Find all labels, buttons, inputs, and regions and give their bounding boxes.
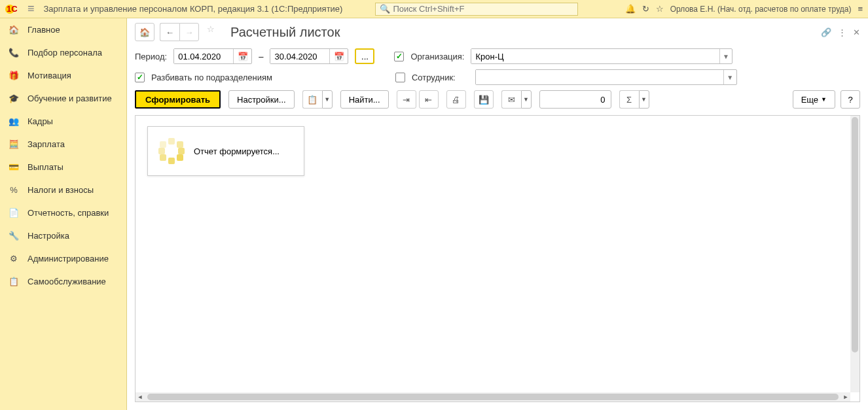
home-button[interactable]: 🏠	[135, 23, 154, 41]
app-title: Зарплата и управление персоналом КОРП, р…	[44, 4, 343, 14]
date-from-field[interactable]: 📅	[173, 48, 252, 64]
save-button[interactable]: 💾	[474, 90, 494, 109]
emp-input[interactable]	[476, 70, 723, 84]
sidebar-item-training[interactable]: 🎓Обучение и развитие	[0, 87, 126, 110]
date-separator: –	[259, 52, 263, 61]
main-menu-icon[interactable]: ≡	[27, 2, 35, 16]
find-button[interactable]: Найти...	[340, 90, 389, 109]
forward-button[interactable]: →	[179, 23, 199, 41]
number-field[interactable]	[539, 90, 611, 109]
sidebar-item-motivation[interactable]: 🎁Мотивация	[0, 64, 126, 87]
split-label: Разбивать по подразделениям	[151, 73, 272, 82]
scrollbar-vertical[interactable]	[850, 116, 859, 392]
logo-1c: 1С	[4, 3, 22, 16]
page-title: Расчетный листок	[230, 25, 340, 40]
cap-icon: 🎓	[8, 93, 20, 105]
period-label: Период:	[135, 52, 167, 61]
date-to-field[interactable]: 📅	[270, 48, 348, 64]
home-icon: 🏠	[8, 24, 20, 36]
user-label[interactable]: Орлова Е.Н. (Нач. отд. расчетов по оплат…	[670, 5, 852, 14]
collapse-button[interactable]: ⇤	[419, 90, 439, 109]
gear-icon: ⚙	[8, 253, 20, 265]
bell-icon[interactable]: 🔔	[625, 4, 636, 14]
search-box[interactable]: 🔍	[375, 3, 578, 16]
calc-icon: 🧮	[8, 139, 20, 150]
emp-select[interactable]: ▼	[475, 69, 737, 85]
date-to-input[interactable]	[270, 49, 329, 63]
sidebar-item-taxes[interactable]: %Налоги и взносы	[0, 179, 126, 201]
chevron-down-icon[interactable]: ▼	[723, 70, 736, 84]
sidebar-item-admin[interactable]: ⚙Администрирование	[0, 247, 126, 270]
card-icon: 💳	[8, 162, 20, 173]
percent-icon: %	[8, 184, 20, 196]
org-input[interactable]	[471, 49, 719, 63]
settings-toggle-icon[interactable]: ≡	[858, 4, 863, 14]
doc-icon: 📄	[8, 207, 20, 219]
sidebar-item-payments[interactable]: 💳Выплаты	[0, 156, 126, 179]
emp-checkbox[interactable]	[395, 73, 405, 82]
star-icon[interactable]: ☆	[656, 4, 664, 14]
sidebar-item-settings[interactable]: 🔧Настройка	[0, 224, 126, 247]
people-icon: 👥	[8, 116, 20, 128]
paste-button[interactable]: 📋▼	[302, 90, 333, 109]
sidebar-item-recruit[interactable]: 📞Подбор персонала	[0, 41, 126, 64]
close-icon[interactable]: ✕	[853, 27, 860, 37]
loading-text: Отчет формируется...	[194, 146, 280, 156]
topbar: 1С ≡ Зарплата и управление персоналом КО…	[0, 0, 868, 18]
more-vert-icon[interactable]: ⋮	[838, 27, 846, 37]
scrollbar-horizontal[interactable]: ◄►	[136, 392, 850, 401]
search-icon: 🔍	[380, 4, 390, 14]
history-icon[interactable]: ↻	[642, 4, 649, 14]
link-icon[interactable]: 🔗	[821, 27, 831, 37]
sidebar: 🏠Главное 📞Подбор персонала 🎁Мотивация 🎓О…	[0, 18, 127, 410]
expand-button[interactable]: ⇥	[397, 90, 416, 109]
mail-button[interactable]: ✉▼	[501, 90, 532, 109]
period-select-button[interactable]: ...	[355, 48, 374, 64]
sidebar-item-main[interactable]: 🏠Главное	[0, 18, 126, 41]
loading-box: Отчет формируется...	[147, 126, 304, 176]
calendar-icon[interactable]: 📅	[329, 49, 348, 63]
help-button[interactable]: ?	[841, 90, 860, 109]
search-input[interactable]	[393, 4, 573, 14]
list-icon: 📋	[8, 276, 20, 288]
sidebar-item-salary[interactable]: 🧮Зарплата	[0, 133, 126, 156]
wrench-icon: 🔧	[8, 230, 20, 242]
date-from-input[interactable]	[174, 49, 233, 63]
sum-button[interactable]: Σ▼	[619, 90, 649, 109]
sidebar-item-reports[interactable]: 📄Отчетность, справки	[0, 201, 126, 224]
back-button[interactable]: ←	[160, 23, 179, 41]
spinner-icon	[158, 138, 185, 164]
split-checkbox[interactable]	[135, 73, 145, 82]
org-select[interactable]: ▼	[471, 48, 732, 64]
gift-icon: 🎁	[8, 70, 20, 82]
emp-label: Сотрудник:	[412, 73, 456, 82]
svg-text:1С: 1С	[7, 4, 18, 14]
chevron-down-icon[interactable]: ▼	[719, 49, 732, 63]
report-area: Отчет формируется... ◄►	[135, 115, 860, 402]
org-label: Организация:	[410, 52, 464, 61]
settings-button[interactable]: Настройки...	[228, 90, 295, 109]
generate-button[interactable]: Сформировать	[135, 90, 221, 109]
print-button[interactable]: 🖨	[446, 90, 466, 109]
phone-icon: 📞	[8, 47, 20, 59]
calendar-icon[interactable]: 📅	[233, 49, 251, 63]
toolbar: Сформировать Настройки... 📋▼ Найти... ⇥ …	[127, 88, 868, 111]
more-button[interactable]: Еще ▼	[793, 90, 835, 109]
page-header: 🏠 ← → ☆ Расчетный листок 🔗 ⋮ ✕	[127, 18, 868, 46]
sidebar-item-self[interactable]: 📋Самообслуживание	[0, 270, 126, 293]
org-checkbox[interactable]	[394, 52, 404, 61]
favorite-star-icon[interactable]: ☆	[207, 24, 223, 40]
sidebar-item-hr[interactable]: 👥Кадры	[0, 110, 126, 133]
